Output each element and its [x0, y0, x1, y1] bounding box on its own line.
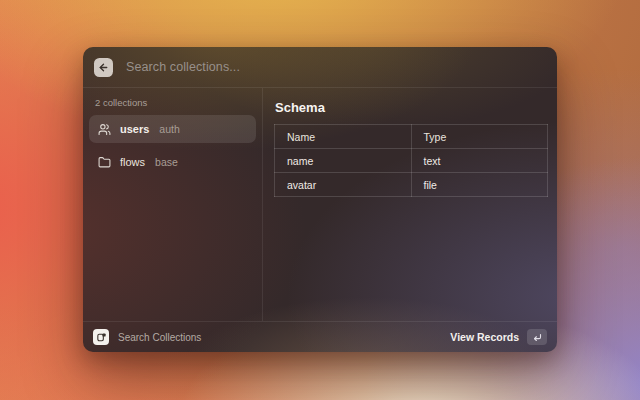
back-button[interactable]	[94, 58, 113, 77]
field-name-cell: avatar	[275, 173, 412, 197]
view-records-button[interactable]: View Records	[450, 331, 519, 343]
collection-name: users	[120, 123, 149, 135]
pocketbase-logo-icon	[93, 329, 109, 345]
collection-name: flows	[120, 156, 145, 168]
sidebar-item-users[interactable]: users auth	[89, 115, 256, 143]
content-area: 2 collections users auth	[83, 88, 557, 321]
search-collections-window: Search collections... 2 collections	[83, 47, 557, 352]
field-type-cell: text	[411, 149, 548, 173]
table-row: name text	[275, 149, 548, 173]
command-title-label: Search Collections	[118, 332, 201, 343]
field-type-cell: file	[411, 173, 548, 197]
folder-icon	[98, 156, 111, 169]
collection-type-badge: base	[155, 156, 178, 168]
panel-title: Schema	[275, 100, 548, 115]
arrow-left-icon	[98, 62, 109, 73]
table-header-row: Name Type	[275, 125, 548, 149]
schema-table: Name Type name text avatar file	[274, 124, 548, 197]
footer-bar: Search Collections View Records	[83, 321, 557, 352]
return-key-icon[interactable]	[527, 329, 547, 345]
collections-count-label: 2 collections	[95, 97, 256, 108]
search-input[interactable]: Search collections...	[126, 60, 546, 74]
collection-type-badge: auth	[159, 123, 179, 135]
table-row: avatar file	[275, 173, 548, 197]
collections-sidebar: 2 collections users auth	[83, 88, 262, 321]
schema-panel: Schema Name Type name text	[263, 88, 557, 321]
desktop-wallpaper: Search collections... 2 collections	[0, 0, 640, 400]
search-bar: Search collections...	[83, 47, 557, 88]
field-name-cell: name	[275, 149, 412, 173]
sidebar-item-flows[interactable]: flows base	[89, 148, 256, 176]
column-header-name: Name	[275, 125, 412, 149]
users-icon	[98, 123, 111, 136]
column-header-type: Type	[411, 125, 548, 149]
